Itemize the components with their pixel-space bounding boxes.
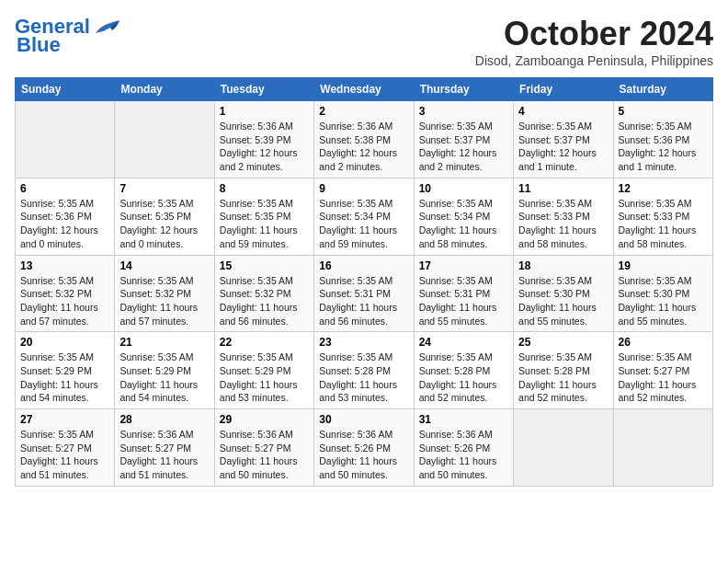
day-cell: 28Sunrise: 5:36 AM Sunset: 5:27 PM Dayli… xyxy=(115,409,214,487)
day-number: 26 xyxy=(619,336,708,349)
day-number: 9 xyxy=(319,182,408,195)
day-cell: 7Sunrise: 5:35 AM Sunset: 5:35 PM Daylig… xyxy=(115,178,214,255)
day-cell: 19Sunrise: 5:35 AM Sunset: 5:30 PM Dayli… xyxy=(613,255,712,332)
week-row-4: 20Sunrise: 5:35 AM Sunset: 5:29 PM Dayli… xyxy=(16,332,713,409)
day-cell xyxy=(613,409,712,487)
day-cell: 29Sunrise: 5:36 AM Sunset: 5:27 PM Dayli… xyxy=(214,409,313,487)
week-row-5: 27Sunrise: 5:35 AM Sunset: 5:27 PM Dayli… xyxy=(16,409,713,487)
header-cell-monday: Monday xyxy=(115,78,214,101)
day-number: 31 xyxy=(419,413,508,426)
day-info: Sunrise: 5:35 AM Sunset: 5:27 PM Dayligh… xyxy=(619,350,708,405)
day-cell: 26Sunrise: 5:35 AM Sunset: 5:27 PM Dayli… xyxy=(613,332,712,409)
title-section: October 2024 Disod, Zamboanga Peninsula,… xyxy=(475,15,713,68)
header-cell-tuesday: Tuesday xyxy=(214,78,313,101)
day-info: Sunrise: 5:35 AM Sunset: 5:37 PM Dayligh… xyxy=(518,120,608,174)
day-info: Sunrise: 5:35 AM Sunset: 5:35 PM Dayligh… xyxy=(220,197,309,251)
week-row-2: 6Sunrise: 5:35 AM Sunset: 5:36 PM Daylig… xyxy=(16,178,713,255)
day-cell: 16Sunrise: 5:35 AM Sunset: 5:31 PM Dayli… xyxy=(314,255,414,332)
logo-bird-icon xyxy=(94,17,121,37)
day-cell xyxy=(115,101,214,178)
day-cell: 25Sunrise: 5:35 AM Sunset: 5:28 PM Dayli… xyxy=(514,332,613,409)
day-info: Sunrise: 5:35 AM Sunset: 5:34 PM Dayligh… xyxy=(319,197,408,251)
header-cell-wednesday: Wednesday xyxy=(314,78,414,101)
day-number: 28 xyxy=(119,413,209,426)
location-subtitle: Disod, Zamboanga Peninsula, Philippines xyxy=(475,53,713,68)
day-number: 30 xyxy=(319,413,408,426)
day-cell: 20Sunrise: 5:35 AM Sunset: 5:29 PM Dayli… xyxy=(16,332,115,409)
day-info: Sunrise: 5:36 AM Sunset: 5:26 PM Dayligh… xyxy=(419,428,508,482)
day-info: Sunrise: 5:36 AM Sunset: 5:38 PM Dayligh… xyxy=(319,120,408,174)
day-number: 8 xyxy=(220,182,309,195)
day-cell: 14Sunrise: 5:35 AM Sunset: 5:32 PM Dayli… xyxy=(115,255,214,332)
day-info: Sunrise: 5:35 AM Sunset: 5:28 PM Dayligh… xyxy=(419,350,508,405)
day-cell: 24Sunrise: 5:35 AM Sunset: 5:28 PM Dayli… xyxy=(414,332,513,409)
day-cell xyxy=(514,409,613,487)
header-cell-sunday: Sunday xyxy=(16,78,115,101)
day-cell: 18Sunrise: 5:35 AM Sunset: 5:30 PM Dayli… xyxy=(514,255,613,332)
day-cell: 13Sunrise: 5:35 AM Sunset: 5:32 PM Dayli… xyxy=(16,255,115,332)
calendar-table: SundayMondayTuesdayWednesdayThursdayFrid… xyxy=(15,77,713,487)
day-number: 10 xyxy=(419,182,508,195)
day-number: 23 xyxy=(319,336,408,349)
day-info: Sunrise: 5:35 AM Sunset: 5:32 PM Dayligh… xyxy=(20,274,109,328)
day-info: Sunrise: 5:36 AM Sunset: 5:27 PM Dayligh… xyxy=(119,428,209,482)
day-cell: 10Sunrise: 5:35 AM Sunset: 5:34 PM Dayli… xyxy=(414,178,513,255)
day-number: 22 xyxy=(220,336,309,349)
header-cell-thursday: Thursday xyxy=(414,78,513,101)
day-info: Sunrise: 5:35 AM Sunset: 5:29 PM Dayligh… xyxy=(20,350,109,405)
page-header: General Blue October 2024 Disod, Zamboan… xyxy=(15,15,713,68)
day-cell: 21Sunrise: 5:35 AM Sunset: 5:29 PM Dayli… xyxy=(115,332,214,409)
day-info: Sunrise: 5:35 AM Sunset: 5:32 PM Dayligh… xyxy=(119,274,209,328)
day-cell: 30Sunrise: 5:36 AM Sunset: 5:26 PM Dayli… xyxy=(314,409,414,487)
day-cell: 23Sunrise: 5:35 AM Sunset: 5:28 PM Dayli… xyxy=(314,332,414,409)
day-info: Sunrise: 5:36 AM Sunset: 5:26 PM Dayligh… xyxy=(319,428,408,482)
day-info: Sunrise: 5:36 AM Sunset: 5:39 PM Dayligh… xyxy=(220,120,309,174)
day-number: 25 xyxy=(518,336,608,349)
day-info: Sunrise: 5:35 AM Sunset: 5:30 PM Dayligh… xyxy=(518,274,608,328)
header-row: SundayMondayTuesdayWednesdayThursdayFrid… xyxy=(16,78,713,101)
day-cell: 9Sunrise: 5:35 AM Sunset: 5:34 PM Daylig… xyxy=(314,178,414,255)
day-info: Sunrise: 5:35 AM Sunset: 5:33 PM Dayligh… xyxy=(619,197,708,251)
day-number: 4 xyxy=(518,105,608,118)
day-number: 11 xyxy=(518,182,608,195)
day-cell: 15Sunrise: 5:35 AM Sunset: 5:32 PM Dayli… xyxy=(214,255,313,332)
day-info: Sunrise: 5:36 AM Sunset: 5:27 PM Dayligh… xyxy=(220,428,309,482)
day-cell xyxy=(16,101,115,178)
day-number: 19 xyxy=(619,259,708,272)
day-number: 27 xyxy=(20,413,109,426)
day-cell: 4Sunrise: 5:35 AM Sunset: 5:37 PM Daylig… xyxy=(514,101,613,178)
day-cell: 3Sunrise: 5:35 AM Sunset: 5:37 PM Daylig… xyxy=(414,101,513,178)
day-cell: 1Sunrise: 5:36 AM Sunset: 5:39 PM Daylig… xyxy=(214,101,313,178)
day-info: Sunrise: 5:35 AM Sunset: 5:28 PM Dayligh… xyxy=(518,350,608,405)
day-info: Sunrise: 5:35 AM Sunset: 5:37 PM Dayligh… xyxy=(419,120,508,174)
day-number: 7 xyxy=(119,182,209,195)
day-number: 15 xyxy=(220,259,309,272)
day-cell: 2Sunrise: 5:36 AM Sunset: 5:38 PM Daylig… xyxy=(314,101,414,178)
day-number: 3 xyxy=(419,105,508,118)
logo-blue-text: Blue xyxy=(17,33,61,57)
week-row-3: 13Sunrise: 5:35 AM Sunset: 5:32 PM Dayli… xyxy=(16,255,713,332)
day-number: 1 xyxy=(220,105,309,118)
day-info: Sunrise: 5:35 AM Sunset: 5:29 PM Dayligh… xyxy=(220,350,309,405)
day-number: 5 xyxy=(619,105,708,118)
day-number: 20 xyxy=(20,336,109,349)
day-cell: 11Sunrise: 5:35 AM Sunset: 5:33 PM Dayli… xyxy=(514,178,613,255)
day-number: 2 xyxy=(319,105,408,118)
week-row-1: 1Sunrise: 5:36 AM Sunset: 5:39 PM Daylig… xyxy=(16,101,713,178)
day-number: 13 xyxy=(20,259,109,272)
logo: General Blue xyxy=(15,15,121,57)
day-info: Sunrise: 5:35 AM Sunset: 5:36 PM Dayligh… xyxy=(20,197,109,251)
header-cell-friday: Friday xyxy=(514,78,613,101)
day-cell: 8Sunrise: 5:35 AM Sunset: 5:35 PM Daylig… xyxy=(214,178,313,255)
calendar-header: SundayMondayTuesdayWednesdayThursdayFrid… xyxy=(16,78,713,101)
day-info: Sunrise: 5:35 AM Sunset: 5:28 PM Dayligh… xyxy=(319,350,408,405)
day-cell: 31Sunrise: 5:36 AM Sunset: 5:26 PM Dayli… xyxy=(414,409,513,487)
day-cell: 6Sunrise: 5:35 AM Sunset: 5:36 PM Daylig… xyxy=(16,178,115,255)
day-cell: 12Sunrise: 5:35 AM Sunset: 5:33 PM Dayli… xyxy=(613,178,712,255)
day-number: 21 xyxy=(119,336,209,349)
day-number: 12 xyxy=(619,182,708,195)
day-number: 18 xyxy=(518,259,608,272)
day-number: 16 xyxy=(319,259,408,272)
day-number: 17 xyxy=(419,259,508,272)
day-cell: 17Sunrise: 5:35 AM Sunset: 5:31 PM Dayli… xyxy=(414,255,513,332)
